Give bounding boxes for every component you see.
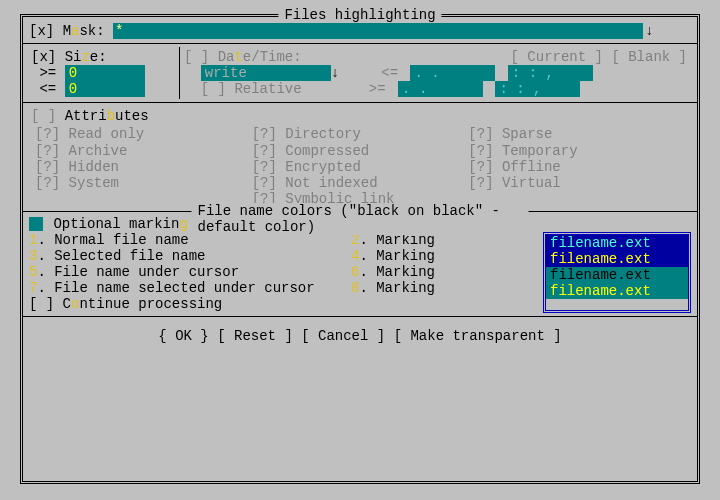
dialog-frame: Files highlighting [x] Mask: * ↓ [x] Siz… <box>20 14 700 484</box>
attr-item[interactable]: [?] Sparse <box>468 126 685 142</box>
size-lte-input[interactable]: 0 <box>65 81 145 97</box>
attr-item[interactable]: [?] Compressed <box>252 143 469 159</box>
dt-time-lte-input[interactable]: : : , <box>508 65 593 81</box>
make-transparent-button[interactable]: [ Make transparent ] <box>394 328 562 344</box>
attr-item[interactable]: [?] Archive <box>35 143 252 159</box>
attributes-label: Attributes <box>65 108 149 124</box>
attr-item[interactable]: [?] Offline <box>468 159 685 175</box>
marking-char-box[interactable] <box>29 217 43 231</box>
colors-section-title: File name colors ("black on black" - def… <box>192 203 529 235</box>
dt-lte-label: <= <box>381 65 398 81</box>
size-gte-label: >= <box>39 65 56 81</box>
mask-label: Mask: <box>63 23 105 39</box>
color-marking[interactable]: . Marking <box>359 280 435 296</box>
color-preview: filename.ext filename.ext filename.ext f… <box>543 232 691 312</box>
preview-row: filename.ext <box>546 267 688 283</box>
color-marking[interactable]: . Marking <box>359 248 435 264</box>
datetime-label: Date/Time: <box>218 49 302 65</box>
dropdown-icon[interactable]: ↓ <box>645 23 653 39</box>
dt-date-lte-input[interactable]: . . <box>410 65 495 81</box>
size-gte-input[interactable]: 0 <box>65 65 145 81</box>
color-item[interactable]: . Selected file name <box>37 248 205 264</box>
attr-item[interactable]: [?] Encrypted <box>252 159 469 175</box>
attr-item[interactable]: [?] Directory <box>252 126 469 142</box>
ok-button[interactable]: { OK } <box>158 328 208 344</box>
attr-item[interactable]: [?] Virtual <box>468 175 685 191</box>
cancel-button[interactable]: [ Cancel ] <box>301 328 385 344</box>
attr-item[interactable]: [?] Read only <box>35 126 252 142</box>
current-button[interactable]: [ Current ] <box>511 49 603 65</box>
mask-input[interactable]: * <box>113 23 643 39</box>
datetime-checkbox[interactable]: [ ] <box>184 49 209 65</box>
reset-button[interactable]: [ Reset ] <box>217 328 293 344</box>
preview-row: filename.ext <box>546 235 688 251</box>
dialog-title: Files highlighting <box>278 7 441 23</box>
color-item[interactable]: . File name under cursor <box>37 264 239 280</box>
color-item[interactable]: . Normal file name <box>37 232 188 248</box>
dropdown-icon[interactable]: ↓ <box>331 65 339 81</box>
mask-checkbox[interactable]: [x] <box>29 23 54 39</box>
blank-button[interactable]: [ Blank ] <box>611 49 687 65</box>
color-item[interactable]: . File name selected under cursor <box>37 280 314 296</box>
preview-row: filename.ext <box>546 283 688 299</box>
continue-checkbox[interactable]: [ ] Continue processing <box>29 296 543 312</box>
datetime-type-select[interactable]: write <box>201 65 331 81</box>
size-checkbox[interactable]: [x] <box>31 49 56 65</box>
relative-checkbox[interactable]: [ ] Relative <box>201 81 302 97</box>
size-lte-label: <= <box>39 81 56 97</box>
dt-gte-label: >= <box>369 81 386 97</box>
attr-item[interactable]: [?] System <box>35 175 252 191</box>
attr-item[interactable]: [?] Temporary <box>468 143 685 159</box>
size-label: Size: <box>65 49 107 65</box>
dt-date-gte-input[interactable]: . . <box>398 81 483 97</box>
attr-item[interactable]: [?] Not indexed <box>252 175 469 191</box>
preview-row: filename.ext <box>546 251 688 267</box>
color-marking[interactable]: . Marking <box>359 264 435 280</box>
attributes-checkbox[interactable]: [ ] <box>31 108 56 124</box>
attr-item[interactable]: [?] Hidden <box>35 159 252 175</box>
dt-time-gte-input[interactable]: : : , <box>495 81 580 97</box>
